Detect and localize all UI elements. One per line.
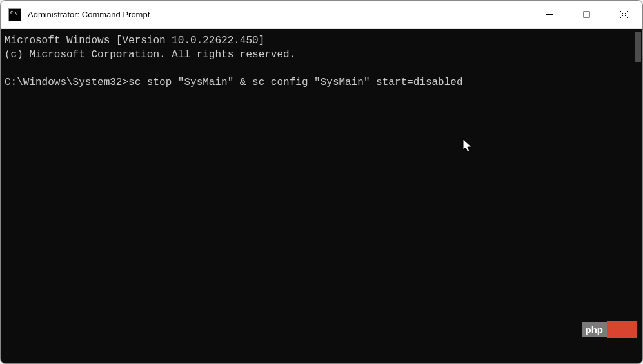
copyright-line: (c) Microsoft Corporation. All rights re… xyxy=(5,49,295,61)
close-button[interactable] xyxy=(605,1,642,28)
prompt-path: C:\Windows\System32> xyxy=(5,77,128,88)
command-prompt-window: Administrator: Command Prompt Microsoft … xyxy=(0,0,643,364)
terminal-area: Microsoft Windows [Version 10.0.22622.45… xyxy=(1,29,642,363)
svg-rect-1 xyxy=(584,12,589,17)
window-title: Administrator: Command Prompt xyxy=(28,10,530,19)
titlebar[interactable]: Administrator: Command Prompt xyxy=(1,1,642,29)
maximize-button[interactable] xyxy=(568,1,605,28)
scrollbar-thumb[interactable] xyxy=(635,32,641,62)
version-line: Microsoft Windows [Version 10.0.22622.45… xyxy=(5,35,264,46)
scrollbar-track[interactable] xyxy=(632,29,642,363)
terminal-output[interactable]: Microsoft Windows [Version 10.0.22622.45… xyxy=(1,29,632,363)
watermark-left: php xyxy=(582,322,608,337)
minimize-button[interactable] xyxy=(530,1,568,28)
watermark-right xyxy=(607,321,637,338)
window-controls xyxy=(530,1,642,28)
watermark-badge: php xyxy=(582,321,637,338)
command-input[interactable]: sc stop "SysMain" & sc config "SysMain" … xyxy=(128,77,462,88)
cmd-icon xyxy=(8,8,21,21)
